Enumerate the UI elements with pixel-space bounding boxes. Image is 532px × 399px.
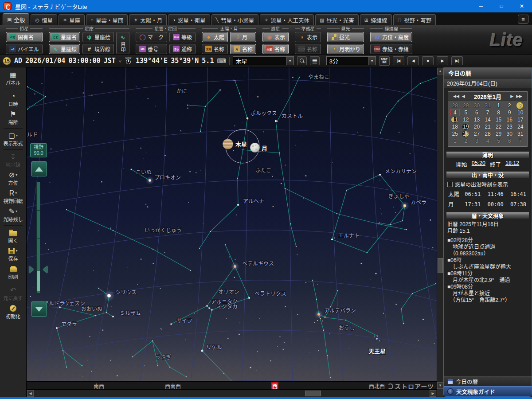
ribbon-button-0-0[interactable]: ベガ固有名: [6, 32, 43, 42]
maximize-button[interactable]: □: [491, 0, 512, 12]
stop-button[interactable]: ■: [422, 56, 434, 65]
zoom-in-button[interactable]: [31, 161, 47, 176]
tab-4[interactable]: ☀太陽・月: [129, 14, 167, 25]
calendar-day[interactable]: 30: [504, 130, 515, 137]
calendar-day[interactable]: 16: [504, 116, 515, 123]
calendar-day[interactable]: 21: [482, 123, 493, 130]
ribbon-button-3-2[interactable]: ☽月: [230, 32, 256, 42]
now-button[interactable]: NOW: [125, 57, 133, 64]
calendar-day[interactable]: 18: [450, 123, 461, 130]
tab-6[interactable]: ╲彗星・小惑星: [211, 14, 259, 25]
panel-tab-0[interactable]: 今日の暦: [444, 376, 532, 386]
calendar-day[interactable]: 25: [450, 130, 461, 137]
calendar-day[interactable]: 12: [461, 116, 472, 123]
twilight-start-link[interactable]: 05:20: [472, 160, 485, 168]
tab-2[interactable]: ✶星座: [59, 14, 85, 25]
calendar-day[interactable]: 28: [450, 102, 461, 109]
ribbon-button-6-1[interactable]: ◔月明かり: [327, 44, 364, 54]
calendar-day[interactable]: 30: [471, 102, 482, 109]
sidebar-item-14[interactable]: 印刷: [0, 263, 26, 282]
ribbon-button-5-0[interactable]: ◑表示: [295, 32, 321, 42]
checkbox-icon[interactable]: [447, 182, 453, 187]
ribbon-button-3-3[interactable]: 月名称: [230, 44, 256, 54]
interval-select[interactable]: 3分▼: [326, 56, 376, 65]
sidebar-item-9[interactable]: R▾視野回転: [0, 188, 26, 206]
longitude-value[interactable]: 139°44'E: [136, 57, 168, 65]
close-button[interactable]: ✕: [512, 0, 532, 12]
vertical-scroll-thumb[interactable]: [438, 258, 443, 273]
tab-1[interactable]: ◎恒星: [31, 14, 57, 25]
horizontal-scrollbar[interactable]: ◀ ▶: [27, 389, 437, 397]
time-value[interactable]: 03:00:00: [68, 57, 100, 65]
calendar-day[interactable]: 27: [471, 130, 482, 137]
ribbon-button-2-1[interactable]: M8番号: [136, 44, 167, 54]
calendar-day[interactable]: 28: [482, 130, 493, 137]
skip-back-button[interactable]: |◀: [393, 56, 404, 65]
ribbon-button-4-1[interactable]: 火星名称: [262, 44, 289, 54]
calendar-day[interactable]: 22: [493, 123, 504, 130]
calendar-day[interactable]: 1: [450, 137, 461, 145]
calendar-day[interactable]: 10: [515, 109, 526, 116]
calendar-day[interactable]: 19: [461, 123, 472, 130]
zoom-out-button[interactable]: [31, 301, 47, 317]
calendar-day[interactable]: 14: [482, 116, 493, 123]
step-button[interactable]: STEPx2: [379, 56, 390, 66]
calendar-day[interactable]: 4: [450, 109, 461, 116]
calendar-day[interactable]: 7: [515, 137, 526, 145]
calendar-day[interactable]: 13: [471, 116, 482, 123]
calendar-day[interactable]: 17: [515, 116, 526, 123]
calendar-day[interactable]: 6: [504, 137, 515, 145]
ribbon-button-2-3[interactable]: ばら通称: [169, 44, 196, 54]
calendar-day[interactable]: 3: [515, 102, 526, 109]
play-back-button[interactable]: ◀: [407, 56, 419, 65]
tab-3[interactable]: ○星雲・星団: [86, 14, 128, 25]
ribbon-button-1-1[interactable]: ∿星座線: [49, 44, 80, 54]
timezone-dropdown-icon[interactable]: ▽: [119, 59, 121, 63]
tab-9[interactable]: ⊞経緯線: [360, 14, 392, 25]
ribbon-button-3-0[interactable]: ●太陽: [202, 32, 228, 42]
ribbon-button-7-0[interactable]: ⊞方位・高度: [370, 32, 412, 42]
sidebar-item-8[interactable]: ⊘▾方位: [0, 169, 26, 188]
sidebar-item-5[interactable]: ▢▾表示形式: [0, 130, 26, 148]
ribbon-button-1-3[interactable]: #境界線: [82, 44, 114, 54]
calendar-day[interactable]: 11: [450, 116, 461, 123]
calendar-day[interactable]: 8: [493, 109, 504, 116]
scroll-down-icon[interactable]: ▼: [437, 382, 443, 389]
calendar-day[interactable]: 2: [461, 137, 472, 145]
tab-10[interactable]: ◻視野・写野: [393, 14, 436, 25]
ribbon-button-3-1[interactable]: 太陽名称: [202, 44, 228, 54]
calendar-day[interactable]: 3: [471, 137, 482, 145]
scroll-left-icon[interactable]: ◀: [27, 390, 34, 397]
calendar-prev-icon[interactable]: ◀◀: [452, 94, 461, 98]
sidebar-item-10[interactable]: ✎▾光跡残し: [0, 206, 26, 224]
sidebar-item-17[interactable]: 初期化: [0, 303, 26, 321]
calendar-day[interactable]: 31: [515, 130, 526, 137]
calendar-day[interactable]: 15: [493, 116, 504, 123]
ribbon-button-4-0[interactable]: ◉表示: [262, 32, 289, 42]
calendar-day[interactable]: 29: [461, 102, 472, 109]
tab-8[interactable]: ▨昼光・光害: [315, 14, 359, 25]
calendar-day[interactable]: 31: [482, 102, 493, 109]
calendar-next-icon[interactable]: ▶▶: [515, 94, 524, 98]
planet-riseset-checkbox[interactable]: 惑星の出没時刻を表示: [444, 178, 532, 189]
tab-0[interactable]: ▣全般: [3, 13, 29, 25]
calendar-day[interactable]: 23: [504, 123, 515, 130]
ribbon-button-0-1[interactable]: αβバイエル: [6, 44, 43, 54]
scroll-right-icon[interactable]: ▶: [430, 390, 436, 397]
calendar-day[interactable]: 5: [461, 109, 472, 116]
tab-7[interactable]: ✧流星・人工天体: [260, 14, 314, 25]
vertical-scrollbar[interactable]: ▲ ▼: [437, 67, 443, 397]
horizontal-scroll-thumb[interactable]: [305, 391, 321, 396]
target-select[interactable]: 木星▼: [233, 56, 294, 65]
date-value[interactable]: 2026/01/04: [25, 57, 65, 65]
calendar-day[interactable]: 24: [515, 123, 526, 130]
calendar-day[interactable]: 5: [493, 137, 504, 145]
search-button[interactable]: [297, 56, 307, 65]
calendar-next-icon[interactable]: ▶: [509, 94, 515, 98]
calendar-day[interactable]: 26: [461, 130, 472, 137]
calendar-day[interactable]: 7: [482, 109, 493, 116]
calendar-day[interactable]: 2: [504, 102, 515, 109]
play-button[interactable]: ▶: [437, 56, 448, 65]
calendar-day[interactable]: 20: [471, 123, 482, 130]
menu-icon[interactable]: ≡: [518, 15, 528, 23]
